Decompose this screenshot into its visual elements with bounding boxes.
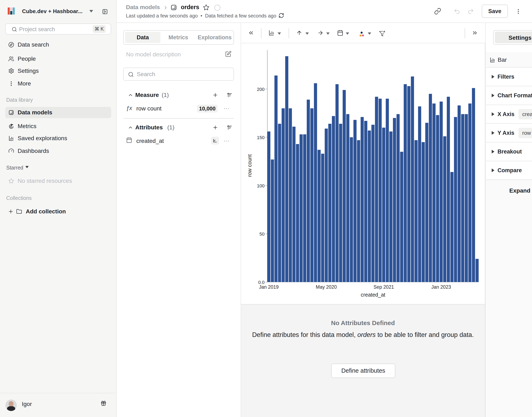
svg-text:150: 150 <box>257 135 265 140</box>
svg-text:Jan 2019: Jan 2019 <box>259 284 279 290</box>
svg-text:100: 100 <box>257 183 265 188</box>
svg-text:50: 50 <box>260 231 265 237</box>
svg-text:Jan 2023: Jan 2023 <box>432 284 451 290</box>
svg-text:May 2020: May 2020 <box>316 284 337 290</box>
svg-text:created_at: created_at <box>361 292 385 298</box>
svg-text:200: 200 <box>257 87 265 92</box>
svg-text:Sep 2021: Sep 2021 <box>373 284 394 290</box>
svg-text:row count: row count <box>247 154 252 177</box>
